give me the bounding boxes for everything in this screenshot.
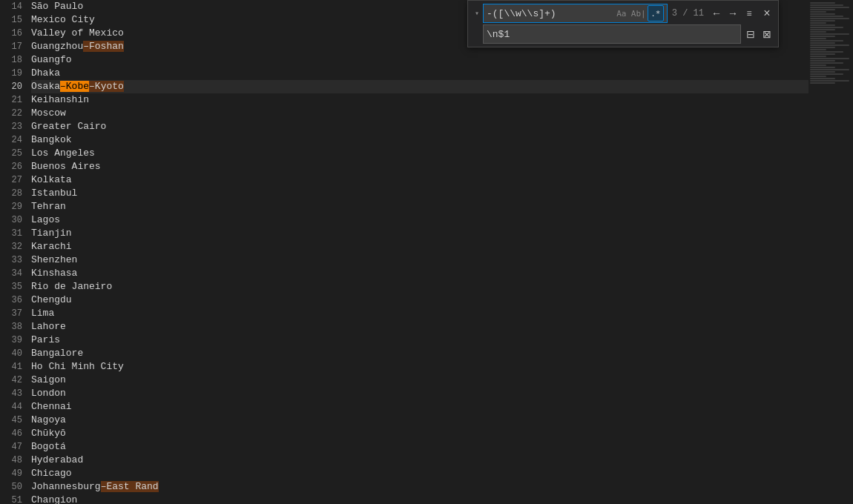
minimap-line [810,58,849,59]
line-num-43: 43 [6,387,22,400]
replace-one-btn[interactable]: ⊟ [742,26,759,42]
line-num-29: 29 [6,200,22,213]
toggle-replace-expand-btn[interactable] [471,30,483,39]
minimap [808,0,853,504]
line-27: Kolkata [31,173,808,187]
editor-area: ▾ Aa Ab| .* 3 / 11 ← → ≡ × ⊟ ⊠ [0,0,808,504]
minimap-line [810,20,835,21]
line-num-21: 21 [6,93,22,107]
minimap-line [810,64,826,66]
line-num-27: 27 [6,173,22,187]
line-24: Bangkok [31,133,808,147]
line-47: Bogotá [31,440,808,454]
line-19: Dhaka [31,67,808,80]
prev-match-btn[interactable]: ← [708,5,725,21]
line-num-26: 26 [6,160,22,173]
line-32: Karachi [31,240,808,253]
minimap-line [810,67,835,68]
replace-input[interactable] [487,29,737,40]
line-26: Buenos Aires [31,160,808,173]
find-input[interactable] [487,8,612,19]
find-row: ▾ Aa Ab| .* 3 / 11 ← → ≡ × [471,4,775,23]
line-36: Chengdu [31,294,808,307]
minimap-lines [808,0,853,86]
code-container: 14 15 16 17 18 19 20 21 22 23 24 25 26 2… [0,0,808,504]
regex-btn[interactable]: .* [648,5,664,21]
line-49: Chicago [31,467,808,480]
minimap-line [810,9,835,10]
highlight-osaka-kobe: –Kobe [60,81,89,92]
line-41: Ho Chi Minh City [31,360,808,374]
close-find-btn[interactable]: × [759,5,775,21]
line-num-15: 15 [6,13,22,27]
line-num-14: 14 [6,0,22,13]
toggle-replace-btn[interactable]: ▾ [471,9,483,18]
minimap-line [810,38,826,39]
line-num-25: 25 [6,147,22,160]
line-num-38: 38 [6,320,22,334]
line-num-36: 36 [6,294,22,307]
line-num-44: 44 [6,400,22,414]
next-match-btn[interactable]: → [725,5,741,21]
line-num-51: 51 [6,494,22,504]
highlight-johannesburg: –East Rand [101,481,159,492]
line-num-17: 17 [6,40,22,53]
line-num-16: 16 [6,27,22,40]
line-num-22: 22 [6,107,22,120]
minimap-line [810,29,835,30]
minimap-line [810,33,849,35]
line-num-28: 28 [6,187,22,200]
line-44: Chennai [31,400,808,414]
match-case-btn[interactable]: Aa [613,5,630,21]
line-num-19: 19 [6,67,22,80]
line-num-42: 42 [6,374,22,387]
find-input-wrapper: Aa Ab| .* [483,4,668,23]
minimap-line [810,49,826,50]
line-numbers: 14 15 16 17 18 19 20 21 22 23 24 25 26 2… [0,0,28,504]
line-num-24: 24 [6,133,22,147]
line-num-45: 45 [6,414,22,427]
line-48: Hyderabad [31,454,808,467]
minimap-line [810,56,826,57]
line-num-49: 49 [6,467,22,480]
find-replace-widget: ▾ Aa Ab| .* 3 / 11 ← → ≡ × ⊟ ⊠ [467,0,779,47]
line-38: Lahore [31,320,808,334]
replace-all-btn[interactable]: ⊠ [759,26,775,42]
minimap-line [810,76,826,77]
minimap-line [810,31,826,33]
minimap-line [810,80,849,82]
line-51: Changion [31,494,808,504]
find-all-btn[interactable]: ≡ [741,5,757,21]
minimap-line [810,60,835,62]
line-50: Johannesburg–East Rand [31,480,808,494]
code-lines: São Paulo Mexico City Valley of Mexico G… [28,0,808,504]
replace-row: ⊟ ⊠ [471,24,775,44]
line-23: Greater Cairo [31,120,808,133]
highlight-osaka-kyoto: –Kyoto [89,81,124,92]
line-num-32: 32 [6,240,22,253]
line-20: Osaka–Kobe–Kyoto [31,80,808,93]
line-num-50: 50 [6,480,22,494]
minimap-line [810,78,835,79]
line-40: Bangalore [31,347,808,360]
line-33: Shenzhen [31,253,808,267]
line-num-37: 37 [6,307,22,320]
line-43: London [31,387,808,400]
find-options: Aa Ab| .* [613,5,664,21]
line-18: Guangfo [31,53,808,67]
whole-word-btn[interactable]: Ab| [630,5,647,21]
line-22: Moscow [31,107,808,120]
minimap-line [810,42,835,44]
minimap-line [810,2,835,4]
line-30: Lagos [31,213,808,227]
line-num-39: 39 [6,334,22,347]
line-25: Los Angeles [31,147,808,160]
minimap-line [810,24,835,26]
replace-input-wrapper [483,24,741,44]
line-num-33: 33 [6,253,22,267]
line-28: Istanbul [31,187,808,200]
minimap-line [810,47,835,48]
minimap-line [810,51,843,53]
line-21: Keihanshin [31,93,808,107]
minimap-line [810,69,849,70]
